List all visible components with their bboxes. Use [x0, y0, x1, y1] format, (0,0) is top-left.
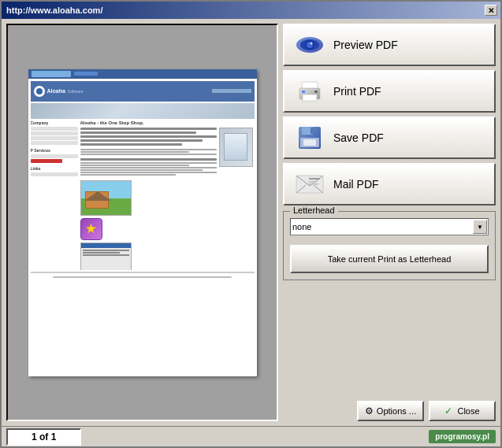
- mail-icon: [294, 168, 325, 200]
- page-counter: 1 of 1: [6, 428, 81, 446]
- svg-rect-19: [309, 181, 317, 183]
- options-button[interactable]: ⚙ Options ...: [357, 401, 424, 421]
- svg-rect-8: [302, 91, 305, 93]
- svg-rect-18: [309, 178, 320, 180]
- svg-rect-7: [303, 94, 317, 101]
- floppy-icon-svg: [296, 124, 324, 152]
- svg-rect-12: [310, 128, 313, 134]
- mail-pdf-label: Mail PDF: [333, 178, 379, 191]
- print-icon: [294, 76, 325, 107]
- preview-pdf-button[interactable]: Preview PDF: [283, 24, 496, 66]
- svg-rect-14: [303, 139, 316, 146]
- status-bar: 1 of 1 programosy.pl: [2, 426, 500, 446]
- take-current-button[interactable]: Take current Print as Letterhead: [290, 245, 489, 273]
- options-label: Options ...: [377, 406, 416, 416]
- options-icon: ⚙: [365, 405, 374, 417]
- brand-badge: programosy.pl: [429, 430, 496, 443]
- main-window: http://www.aloaha.com/ ✕ Aloaha Software: [0, 0, 502, 448]
- window-close-button[interactable]: ✕: [485, 5, 497, 16]
- title-bar: http://www.aloaha.com/ ✕: [2, 2, 500, 19]
- letterhead-select-wrapper: none ▼: [290, 218, 489, 240]
- preview-icon: [294, 29, 325, 61]
- svg-rect-20: [309, 183, 318, 185]
- preview-pdf-label: Preview PDF: [333, 39, 398, 51]
- close-label: Close: [457, 406, 479, 416]
- close-button[interactable]: ✓ Close: [429, 401, 496, 421]
- page-preview: Aloaha Software Company: [28, 69, 257, 376]
- svg-rect-9: [314, 91, 318, 93]
- window-content: Aloaha Software Company: [2, 19, 500, 426]
- window-title: http://www.aloaha.com/: [6, 6, 102, 15]
- save-pdf-button[interactable]: Save PDF: [283, 117, 496, 159]
- eye-icon-svg: [295, 32, 325, 57]
- mail-pdf-button[interactable]: Mail PDF: [283, 163, 496, 205]
- svg-point-4: [310, 43, 313, 45]
- printer-icon-svg: [296, 77, 324, 106]
- letterhead-group-label: Letterhead: [290, 205, 338, 215]
- close-check-icon: ✓: [444, 405, 452, 417]
- save-icon: [294, 122, 325, 154]
- preview-panel: Aloaha Software Company: [6, 24, 278, 421]
- controls-panel: Preview PDF: [283, 24, 496, 421]
- envelope-icon-svg: [295, 172, 325, 196]
- bottom-row: ⚙ Options ... ✓ Close: [283, 401, 496, 421]
- letterhead-group: Letterhead none ▼ Take current Print as …: [283, 211, 496, 280]
- print-pdf-label: Print PDF: [333, 85, 381, 98]
- letterhead-select[interactable]: none: [290, 218, 489, 235]
- save-pdf-label: Save PDF: [333, 131, 384, 144]
- print-pdf-button[interactable]: Print PDF: [283, 70, 496, 113]
